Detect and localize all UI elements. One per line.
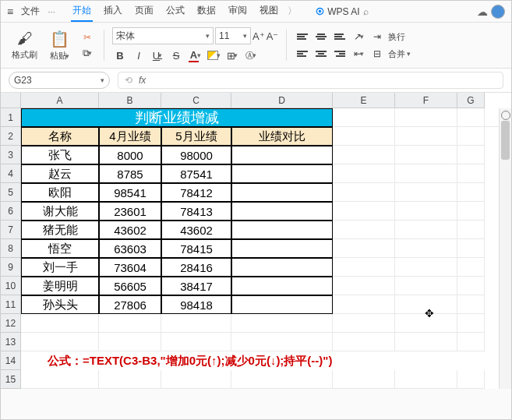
cell-A13[interactable]	[21, 333, 99, 351]
cell-A9[interactable]: 刘一手	[21, 258, 99, 277]
row-header-7[interactable]: 7	[1, 221, 21, 239]
cell-E15[interactable]	[333, 370, 395, 389]
align-bottom-button[interactable]	[332, 30, 348, 44]
cell-A8[interactable]: 悟空	[21, 239, 99, 258]
cell-D11[interactable]	[231, 295, 333, 314]
cloud-icon[interactable]: ☁	[477, 5, 488, 18]
cell-C9[interactable]: 28416	[161, 258, 231, 277]
cell-A2[interactable]: 名称	[21, 127, 99, 146]
align-right-button[interactable]	[332, 47, 348, 61]
cell-B3[interactable]: 8000	[99, 146, 161, 164]
cell-E8[interactable]	[333, 239, 395, 258]
cell-G8[interactable]	[457, 239, 485, 258]
col-header-B[interactable]: B	[99, 93, 161, 108]
cell-E4[interactable]	[333, 164, 395, 183]
cell-E9[interactable]	[333, 258, 395, 277]
row-header-5[interactable]: 5	[1, 183, 21, 202]
cell-B9[interactable]: 73604	[99, 258, 161, 277]
cell-C4[interactable]: 87541	[161, 164, 231, 183]
format-painter-button[interactable]: 🖌 格式刷	[12, 30, 37, 61]
italic-button[interactable]: I	[131, 48, 147, 63]
cell-C7[interactable]: 43602	[161, 221, 231, 239]
cell-B11[interactable]: 27806	[99, 295, 161, 314]
row-header-11[interactable]: 11	[1, 295, 21, 314]
cell-G5[interactable]	[457, 183, 485, 202]
row-header-8[interactable]: 8	[1, 239, 21, 258]
cell-G9[interactable]	[457, 258, 485, 277]
cell-F3[interactable]	[395, 146, 457, 164]
cell-D12[interactable]	[231, 314, 333, 333]
more-icon[interactable]: ···	[48, 6, 55, 17]
cell-F10[interactable]	[395, 277, 457, 295]
cell-C10[interactable]: 38417	[161, 277, 231, 295]
col-header-C[interactable]: C	[161, 93, 231, 108]
cell-B7[interactable]: 43602	[99, 221, 161, 239]
col-header-F[interactable]: F	[395, 93, 457, 108]
cell-C6[interactable]: 78413	[161, 202, 231, 221]
cell-F15[interactable]	[395, 370, 457, 389]
cell-A15[interactable]	[21, 370, 99, 389]
cell-A7[interactable]: 猪无能	[21, 221, 99, 239]
cell-B8[interactable]: 63603	[99, 239, 161, 258]
cell-C3[interactable]: 98000	[161, 146, 231, 164]
cell-F9[interactable]	[395, 258, 457, 277]
name-box[interactable]: G23 ▾	[9, 72, 110, 89]
cell-G1[interactable]	[457, 108, 485, 127]
cell-E3[interactable]	[333, 146, 395, 164]
cut-button[interactable]: ✂	[79, 30, 96, 44]
cell-B12[interactable]	[99, 314, 161, 333]
row-header-13[interactable]: 13	[1, 333, 21, 351]
align-top-button[interactable]	[295, 30, 310, 44]
cell-E6[interactable]	[333, 202, 395, 221]
avatar[interactable]	[491, 5, 505, 19]
wrap-text-button[interactable]: ⇥	[369, 30, 385, 44]
cell-A12[interactable]	[21, 314, 99, 333]
row-header-14[interactable]: 14	[1, 351, 21, 370]
cell-C8[interactable]: 78415	[161, 239, 231, 258]
cell-E7[interactable]	[333, 221, 395, 239]
row-header-4[interactable]: 4	[1, 164, 21, 183]
indent-button[interactable]: ⇤▾	[351, 47, 366, 61]
cell-D9[interactable]	[231, 258, 333, 277]
cell-G7[interactable]	[457, 221, 485, 239]
select-all-corner[interactable]	[1, 93, 21, 108]
cell-C11[interactable]: 98418	[161, 295, 231, 314]
cell-B6[interactable]: 23601	[99, 202, 161, 221]
cell-D5[interactable]	[231, 183, 333, 202]
merge-button[interactable]: ⊟	[369, 47, 385, 61]
tab-页面[interactable]: 页面	[133, 1, 155, 22]
clear-format-button[interactable]: Ⓐ▾	[243, 48, 259, 63]
border-button[interactable]: ⊞▾	[224, 48, 240, 63]
cell-C5[interactable]: 78412	[161, 183, 231, 202]
row-header-12[interactable]: 12	[1, 314, 21, 333]
cell-B10[interactable]: 56605	[99, 277, 161, 295]
row-header-1[interactable]: 1	[1, 108, 21, 127]
file-menu[interactable]: 文件	[21, 5, 40, 18]
tab-公式[interactable]: 公式	[164, 1, 186, 22]
cell-G2[interactable]	[457, 127, 485, 146]
wps-ai-button[interactable]: ⦿ WPS AI ⌕	[316, 6, 368, 17]
tab-插入[interactable]: 插入	[102, 1, 124, 22]
orientation-button[interactable]: ↗▾	[351, 30, 366, 44]
cell-G15[interactable]	[457, 370, 485, 389]
row-header-15[interactable]: 15	[1, 370, 21, 389]
cell-B5[interactable]: 98541	[99, 183, 161, 202]
cell-A1[interactable]: 判断业绩增减	[21, 108, 333, 127]
cell-C2[interactable]: 5月业绩	[161, 127, 231, 146]
col-header-A[interactable]: A	[21, 93, 99, 108]
cell-A10[interactable]: 姜明明	[21, 277, 99, 295]
shrink-font-button[interactable]: A⁻	[267, 30, 279, 42]
cell-E1[interactable]	[333, 108, 395, 127]
cell-F7[interactable]	[395, 221, 457, 239]
col-header-E[interactable]: E	[333, 93, 395, 108]
align-middle-button[interactable]	[313, 30, 329, 44]
side-panel-icon[interactable]	[501, 111, 510, 120]
cell-E5[interactable]	[333, 183, 395, 202]
paste-button[interactable]: 📋 粘贴▾	[50, 30, 69, 62]
font-name-select[interactable]: 宋体 ▾	[112, 27, 214, 44]
cell-F4[interactable]	[395, 164, 457, 183]
tab-审阅[interactable]: 审阅	[227, 1, 249, 22]
cell-C13[interactable]	[161, 333, 231, 351]
cell-F2[interactable]	[395, 127, 457, 146]
tab-开始[interactable]: 开始	[71, 1, 93, 22]
